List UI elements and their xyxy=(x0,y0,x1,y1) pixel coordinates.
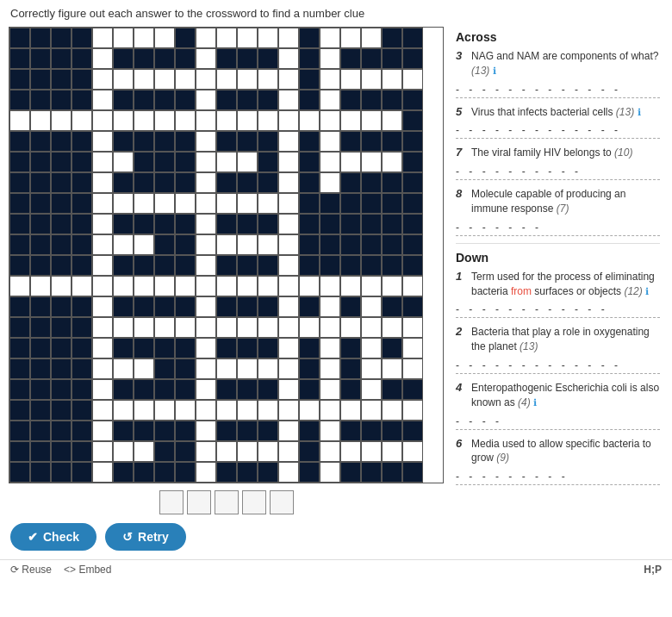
cell-14-16[interactable] xyxy=(340,317,361,338)
cell-6-16[interactable] xyxy=(340,152,361,172)
cell-2-10[interactable] xyxy=(216,69,237,90)
cell-1-4[interactable] xyxy=(92,48,113,69)
cell-20-18[interactable] xyxy=(382,441,402,462)
cell-21-13[interactable] xyxy=(278,462,299,483)
cell-19-13[interactable] xyxy=(278,421,299,441)
cell-12-19[interactable] xyxy=(402,276,423,296)
cell-12-4[interactable] xyxy=(92,276,113,296)
cell-18-13[interactable] xyxy=(278,400,299,421)
cell-0-10[interactable] xyxy=(216,28,237,48)
cell-16-10[interactable] xyxy=(216,358,237,379)
cell-14-4[interactable] xyxy=(92,317,113,338)
cell-4-10[interactable] xyxy=(216,110,237,131)
cell-0-13[interactable] xyxy=(278,28,299,48)
cell-3-4[interactable] xyxy=(92,90,113,110)
clue-3-input[interactable] xyxy=(456,82,660,98)
cell-2-13[interactable] xyxy=(278,69,299,90)
cell-15-15[interactable] xyxy=(320,338,340,358)
cell-14-17[interactable] xyxy=(361,317,382,338)
cell-18-8[interactable] xyxy=(175,400,196,421)
cell-4-12[interactable] xyxy=(258,110,278,131)
cell-7-4[interactable] xyxy=(92,172,113,193)
cell-0-11[interactable] xyxy=(237,28,258,48)
cell-5-9[interactable] xyxy=(196,131,216,152)
cell-8-11[interactable] xyxy=(237,193,258,214)
cell-15-4[interactable] xyxy=(92,338,113,358)
cell-0-17[interactable] xyxy=(361,28,382,48)
cell-13-15[interactable] xyxy=(320,296,340,317)
cell-16-19[interactable] xyxy=(402,358,423,379)
cell-21-4[interactable] xyxy=(92,462,113,483)
cell-17-15[interactable] xyxy=(320,379,340,400)
cell-18-16[interactable] xyxy=(340,400,361,421)
retry-button[interactable]: ↺ Retry xyxy=(105,523,186,551)
cell-10-9[interactable] xyxy=(196,234,216,255)
cell-0-5[interactable] xyxy=(113,28,134,48)
cell-12-6[interactable] xyxy=(134,276,154,296)
crossword-grid[interactable] xyxy=(9,27,444,483)
cell-12-15[interactable] xyxy=(320,276,340,296)
cell-1-9[interactable] xyxy=(196,48,216,69)
cell-0-12[interactable] xyxy=(258,28,278,48)
cell-20-16[interactable] xyxy=(340,441,361,462)
cell-10-10[interactable] xyxy=(216,234,237,255)
cell-20-5[interactable] xyxy=(113,441,134,462)
cell-2-9[interactable] xyxy=(196,69,216,90)
reuse-link[interactable]: ⟳ Reuse xyxy=(10,564,52,576)
cell-8-6[interactable] xyxy=(134,193,154,214)
cell-2-4[interactable] xyxy=(92,69,113,90)
cell-18-14[interactable] xyxy=(299,400,320,421)
cell-12-7[interactable] xyxy=(154,276,175,296)
cell-12-10[interactable] xyxy=(216,276,237,296)
cell-18-7[interactable] xyxy=(154,400,175,421)
cell-14-8[interactable] xyxy=(175,317,196,338)
cell-9-4[interactable] xyxy=(92,214,113,234)
cell-16-11[interactable] xyxy=(237,358,258,379)
cell-12-2[interactable] xyxy=(51,276,72,296)
cell-8-9[interactable] xyxy=(196,193,216,214)
cell-2-7[interactable] xyxy=(154,69,175,90)
cell-12-3[interactable] xyxy=(72,276,92,296)
clue-d6-input[interactable] xyxy=(456,469,660,485)
cell-0-7[interactable] xyxy=(154,28,175,48)
cell-14-15[interactable] xyxy=(320,317,340,338)
cell-3-9[interactable] xyxy=(196,90,216,110)
cell-14-6[interactable] xyxy=(134,317,154,338)
cell-10-13[interactable] xyxy=(278,234,299,255)
cell-20-17[interactable] xyxy=(361,441,382,462)
cell-1-13[interactable] xyxy=(278,48,299,69)
cell-12-1[interactable] xyxy=(30,276,51,296)
cell-8-13[interactable] xyxy=(278,193,299,214)
embed-link[interactable]: <> Embed xyxy=(64,564,111,576)
cell-16-12[interactable] xyxy=(258,358,278,379)
cell-21-9[interactable] xyxy=(196,462,216,483)
cell-14-19[interactable] xyxy=(402,317,423,338)
cell-4-8[interactable] xyxy=(175,110,196,131)
answer-box-3[interactable] xyxy=(215,490,239,514)
cell-4-11[interactable] xyxy=(237,110,258,131)
cell-4-14[interactable] xyxy=(299,110,320,131)
clue-d1-input[interactable] xyxy=(456,302,660,318)
cell-0-6[interactable] xyxy=(134,28,154,48)
cell-13-4[interactable] xyxy=(92,296,113,317)
cell-20-4[interactable] xyxy=(92,441,113,462)
cell-6-15[interactable] xyxy=(320,152,340,172)
cell-17-17[interactable] xyxy=(361,379,382,400)
cell-10-4[interactable] xyxy=(92,234,113,255)
cell-20-12[interactable] xyxy=(258,441,278,462)
cell-15-13[interactable] xyxy=(278,338,299,358)
cell-12-16[interactable] xyxy=(340,276,361,296)
cell-12-12[interactable] xyxy=(258,276,278,296)
answer-box-2[interactable] xyxy=(187,490,211,514)
cell-8-5[interactable] xyxy=(113,193,134,214)
cell-3-15[interactable] xyxy=(320,90,340,110)
cell-20-11[interactable] xyxy=(237,441,258,462)
cell-4-17[interactable] xyxy=(361,110,382,131)
cell-6-5[interactable] xyxy=(113,152,134,172)
cell-6-11[interactable] xyxy=(237,152,258,172)
cell-16-17[interactable] xyxy=(361,358,382,379)
cell-6-9[interactable] xyxy=(196,152,216,172)
cell-12-0[interactable] xyxy=(9,276,30,296)
cell-12-11[interactable] xyxy=(237,276,258,296)
cell-16-9[interactable] xyxy=(196,358,216,379)
